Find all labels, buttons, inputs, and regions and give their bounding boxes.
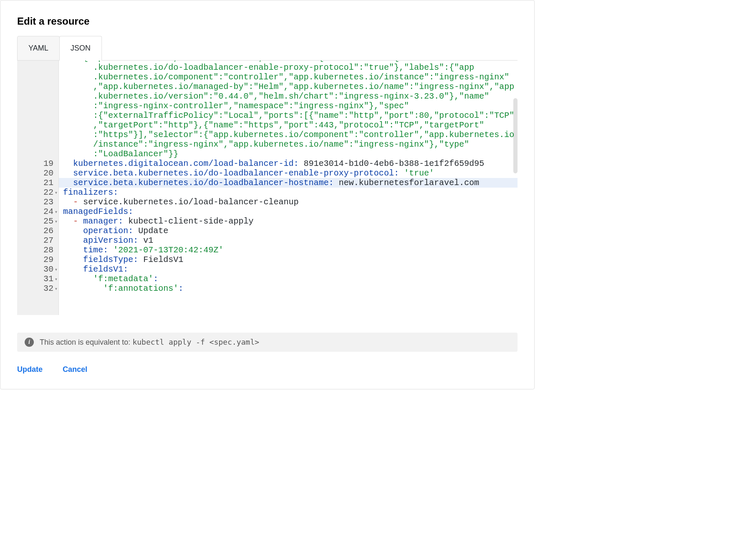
line-number	[24, 149, 53, 159]
code-line[interactable]: 'f:metadata':	[63, 274, 518, 284]
line-number: 22▾	[24, 188, 53, 197]
line-number	[24, 130, 53, 140]
line-number: 20	[24, 168, 53, 178]
line-number	[24, 101, 53, 111]
code-line[interactable]: :{"externalTrafficPolicy":"Local","ports…	[63, 111, 518, 120]
line-number: 19	[24, 159, 53, 168]
line-number: 27	[24, 236, 53, 245]
code-line[interactable]: /instance":"ingress-nginx","app.kubernet…	[63, 140, 518, 149]
fold-toggle-icon[interactable]: ▾	[55, 208, 58, 217]
line-number: 24▾	[24, 207, 53, 216]
code-line[interactable]: apiVersion: v1	[63, 236, 518, 245]
fold-toggle-icon[interactable]: ▾	[55, 188, 58, 198]
tab-yaml[interactable]: YAML	[17, 36, 60, 61]
dialog-title: Edit a resource	[0, 0, 534, 36]
line-number	[24, 140, 53, 149]
fold-toggle-icon[interactable]: ▾	[55, 265, 58, 275]
editor-scrollbar[interactable]	[513, 98, 518, 173]
code-line[interactable]: :"LoadBalancer"}}	[63, 149, 518, 159]
code-line[interactable]: fieldsV1:	[63, 264, 518, 274]
line-number: 28	[24, 245, 53, 255]
code-line[interactable]: - service.kubernetes.io/load-balancer-cl…	[63, 197, 518, 207]
line-number	[24, 120, 53, 130]
fold-toggle-icon[interactable]: ▾	[55, 217, 58, 227]
code-line[interactable]: ,"targetPort":"http"},{"name":"https","p…	[63, 120, 518, 130]
tab-row: YAML JSON	[0, 36, 534, 60]
line-number: 25▾	[24, 216, 53, 226]
tab-json[interactable]: JSON	[59, 36, 102, 61]
line-number: 32▾	[24, 284, 53, 293]
code-line[interactable]: service.beta.kubernetes.io/do-loadbalanc…	[63, 168, 518, 178]
dialog-actions: Update Cancel	[0, 352, 534, 389]
code-line[interactable]: finalizers:	[63, 188, 518, 197]
code-line[interactable]: .kubernetes.io/version":"0.44.0","helm.s…	[63, 92, 518, 101]
info-banner: i This action is equivalent to: kubectl …	[17, 333, 518, 352]
update-button[interactable]: Update	[17, 365, 43, 374]
line-number: 21	[24, 178, 53, 188]
code-line[interactable]: ,"app.kubernetes.io/managed-by":"Helm","…	[63, 82, 518, 92]
code-line[interactable]: :"https"}],"selector":{"app.kubernetes.i…	[63, 130, 518, 140]
line-number: 31▾	[24, 274, 53, 284]
fold-toggle-icon[interactable]: ▾	[55, 285, 58, 294]
code-line[interactable]: service.beta.kubernetes.io/do-loadbalanc…	[59, 178, 518, 188]
line-number: 23	[24, 197, 53, 207]
code-content[interactable]: {"apiVersion":"v1","kind":"Service","met…	[59, 60, 518, 315]
line-number	[24, 72, 53, 82]
code-editor[interactable]: 1819202122▾2324▾25▾2627282930▾31▾32▾ {"a…	[17, 60, 518, 323]
code-line[interactable]: .kubernetes.io/component":"controller","…	[63, 72, 518, 82]
cancel-button[interactable]: Cancel	[63, 365, 87, 374]
code-line[interactable]: :"ingress-nginx-controller","namespace":…	[63, 101, 518, 111]
line-number	[24, 92, 53, 101]
line-number: 29	[24, 255, 53, 264]
info-icon: i	[25, 338, 34, 347]
line-number-gutter: 1819202122▾2324▾25▾2627282930▾31▾32▾	[17, 60, 59, 315]
code-line[interactable]: kubernetes.digitalocean.com/load-balance…	[63, 159, 518, 168]
code-line[interactable]: .kubernetes.io/do-loadbalancer-enable-pr…	[63, 63, 518, 72]
info-text: This action is equivalent to: kubectl ap…	[40, 338, 259, 347]
line-number	[24, 63, 53, 72]
code-line[interactable]: fieldsType: FieldsV1	[63, 255, 518, 264]
line-number	[24, 82, 53, 92]
line-number	[24, 111, 53, 120]
fold-toggle-icon[interactable]: ▾	[55, 275, 58, 285]
code-line[interactable]: time: '2021-07-13T20:42:49Z'	[63, 245, 518, 255]
line-number: 26	[24, 226, 53, 236]
line-number: 30▾	[24, 264, 53, 274]
code-line[interactable]: operation: Update	[63, 226, 518, 236]
code-line[interactable]: - manager: kubectl-client-side-apply	[63, 216, 518, 226]
edit-resource-dialog: Edit a resource YAML JSON 1819202122▾232…	[0, 0, 535, 389]
code-line[interactable]: managedFields:	[63, 207, 518, 216]
code-line[interactable]: 'f:annotations':	[63, 284, 518, 293]
info-command: kubectl apply -f <spec.yaml>	[132, 338, 259, 346]
